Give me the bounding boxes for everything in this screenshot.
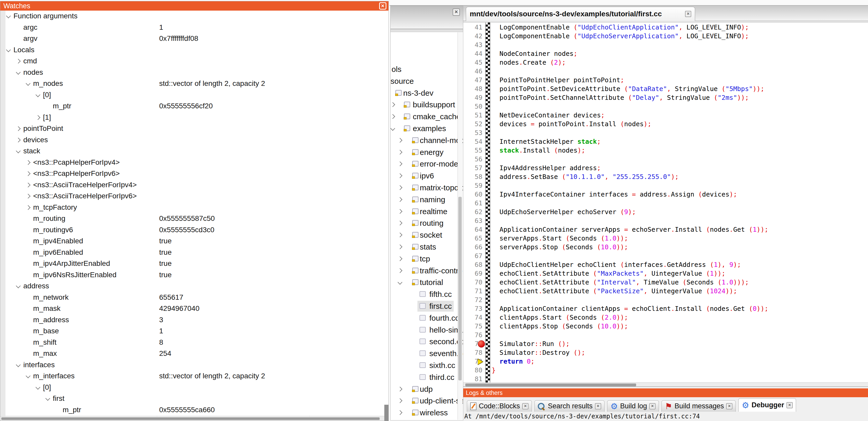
- logs-tab-search-results[interactable]: Search results×: [534, 400, 604, 412]
- chevron-down-icon[interactable]: [16, 362, 21, 367]
- chevron-right-icon[interactable]: [390, 102, 395, 107]
- line-number[interactable]: 41: [466, 23, 483, 32]
- tree-item-energy[interactable]: energy: [391, 147, 463, 158]
- watch-row[interactable]: m_ipv4ArpJitterEnabledtrue: [5, 258, 389, 270]
- line-number[interactable]: 72: [466, 296, 483, 304]
- scrollbar-thumb[interactable]: [465, 384, 636, 386]
- watch-row[interactable]: m_ipv6NsRsJitterEnabledtrue: [5, 269, 389, 281]
- chevron-right-icon[interactable]: [398, 221, 402, 226]
- code-line[interactable]: 72: [463, 296, 868, 304]
- code-line[interactable]: 45 nodes.Create (2);: [463, 58, 868, 67]
- code-line[interactable]: 55 stack.Install (nodes);: [463, 146, 868, 155]
- line-number[interactable]: 61: [466, 199, 483, 208]
- tree-item-tutorial[interactable]: tutorial: [391, 277, 463, 288]
- watch-row[interactable]: m_interfacesstd::vector of length 2, cap…: [5, 370, 389, 382]
- watch-row[interactable]: <ns3::PcapHelperForIpv6>: [5, 168, 389, 180]
- watch-row[interactable]: argc1: [5, 22, 389, 34]
- tree-item-cmake-cache[interactable]: cmake_cache: [391, 111, 463, 123]
- line-number[interactable]: 60: [466, 190, 483, 199]
- code-line[interactable]: 67: [463, 252, 868, 260]
- tree-item-second-cc[interactable]: second.cc: [391, 336, 463, 348]
- chevron-right-icon[interactable]: [398, 209, 402, 214]
- chevron-down-icon[interactable]: [26, 374, 30, 378]
- code-line[interactable]: 53: [463, 129, 868, 137]
- close-icon[interactable]: ×: [453, 8, 460, 16]
- close-icon[interactable]: ×: [595, 403, 601, 409]
- watch-row[interactable]: m_routingv60x5555555cd3c0: [5, 224, 389, 236]
- chevron-right-icon[interactable]: [26, 160, 30, 165]
- scrollbar-thumb[interactable]: [1, 417, 380, 420]
- code-line[interactable]: 81: [463, 375, 868, 383]
- chevron-down-icon[interactable]: [16, 284, 21, 288]
- line-number[interactable]: 49: [466, 93, 483, 102]
- code-editor[interactable]: 41 LogComponentEnable ("UdpEchoClientApp…: [463, 23, 868, 383]
- code-line[interactable]: 52 devices = pointToPoint.Install (nodes…: [463, 120, 868, 129]
- watch-row[interactable]: devices: [5, 134, 389, 146]
- chevron-down-icon[interactable]: [35, 92, 40, 97]
- watch-row[interactable]: nodes: [5, 67, 389, 78]
- line-number[interactable]: 67: [466, 252, 483, 260]
- line-number[interactable]: 47: [466, 76, 483, 85]
- line-number[interactable]: 75: [466, 322, 483, 331]
- code-line[interactable]: 47 PointToPointHelper pointToPoint;: [463, 76, 868, 85]
- chevron-down-icon[interactable]: [26, 81, 30, 86]
- logs-tab-build-log[interactable]: ⚙Build log×: [607, 400, 659, 412]
- tree-item-fifth-cc[interactable]: fifth.cc: [391, 288, 463, 300]
- tree-item-fourth-cc[interactable]: fourth.cc: [391, 312, 463, 324]
- tree-item-sixth-cc[interactable]: sixth.cc: [391, 359, 463, 371]
- code-line[interactable]: 56: [463, 155, 868, 164]
- code-line[interactable]: 63: [463, 217, 868, 225]
- line-number[interactable]: 53: [466, 129, 483, 137]
- chevron-down-icon[interactable]: [398, 280, 402, 285]
- chevron-down-icon[interactable]: [390, 126, 395, 131]
- line-number[interactable]: 71: [466, 287, 483, 296]
- code-line[interactable]: 60 Ipv4InterfaceContainer interfaces = a…: [463, 190, 868, 199]
- chevron-right-icon[interactable]: [26, 205, 30, 210]
- tree-item-stats[interactable]: stats: [391, 241, 463, 253]
- chevron-right-icon[interactable]: [398, 387, 402, 391]
- tree-item-routing[interactable]: routing: [391, 217, 463, 229]
- close-icon[interactable]: ×: [786, 402, 793, 408]
- tree-item-tcp[interactable]: tcp: [391, 253, 463, 265]
- line-number[interactable]: 78: [466, 348, 483, 357]
- watch-row[interactable]: m_nodesstd::vector of length 2, capacity…: [5, 78, 389, 90]
- watch-row[interactable]: <ns3::AsciiTraceHelperForIpv4>: [5, 180, 389, 191]
- code-line[interactable]: 43: [463, 41, 868, 50]
- code-line[interactable]: 76: [463, 331, 868, 339]
- tree-item-matrix-topolo[interactable]: matrix-topolo: [391, 182, 463, 194]
- watch-row[interactable]: interfaces: [5, 359, 389, 371]
- watch-row[interactable]: m_network655617: [5, 292, 389, 303]
- chevron-right-icon[interactable]: [398, 410, 402, 415]
- line-number[interactable]: 70: [466, 278, 483, 287]
- code-line[interactable]: 48 pointToPoint.SetDeviceAttribute ("Dat…: [463, 85, 868, 93]
- tree-item-source[interactable]: source: [391, 75, 463, 87]
- watch-row[interactable]: [0]: [5, 382, 389, 394]
- watch-row[interactable]: m_routing0x555555587c50: [5, 213, 389, 225]
- chevron-right-icon[interactable]: [398, 173, 402, 178]
- line-number[interactable]: 64: [466, 225, 483, 234]
- watch-row[interactable]: m_ipv6Enabledtrue: [5, 247, 389, 259]
- scrollbar-thumb[interactable]: [458, 197, 462, 380]
- tree-item-seventh-cc[interactable]: seventh.cc: [391, 348, 463, 359]
- watch-row[interactable]: stack: [5, 145, 389, 157]
- line-number[interactable]: 56: [466, 155, 483, 164]
- line-number[interactable]: 74: [466, 313, 483, 322]
- code-line[interactable]: 46: [463, 67, 868, 76]
- chevron-right-icon[interactable]: [398, 256, 402, 261]
- close-icon[interactable]: ×: [379, 2, 386, 9]
- code-line[interactable]: 68 UdpEchoClientHelper echoClient (inter…: [463, 260, 868, 269]
- chevron-right-icon[interactable]: [16, 137, 21, 142]
- chevron-down-icon[interactable]: [16, 149, 21, 153]
- line-number[interactable]: 73: [466, 304, 483, 313]
- chevron-right-icon[interactable]: [398, 197, 402, 202]
- watch-row[interactable]: m_ptr0x5555555ca660: [5, 404, 389, 416]
- line-number[interactable]: 54: [466, 137, 483, 146]
- watch-row[interactable]: <ns3::AsciiTraceHelperForIpv6>: [5, 191, 389, 202]
- watch-row[interactable]: [1]: [5, 112, 389, 124]
- code-line[interactable]: 54 InternetStackHelper stack;: [463, 137, 868, 146]
- line-number[interactable]: 46: [466, 67, 483, 76]
- chevron-right-icon[interactable]: [16, 126, 21, 131]
- code-line[interactable]: 74 clientApps.Start (Seconds (2.0));: [463, 313, 868, 322]
- close-icon[interactable]: ×: [685, 11, 691, 17]
- code-line[interactable]: 75 clientApps.Stop (Seconds (10.0));: [463, 322, 868, 331]
